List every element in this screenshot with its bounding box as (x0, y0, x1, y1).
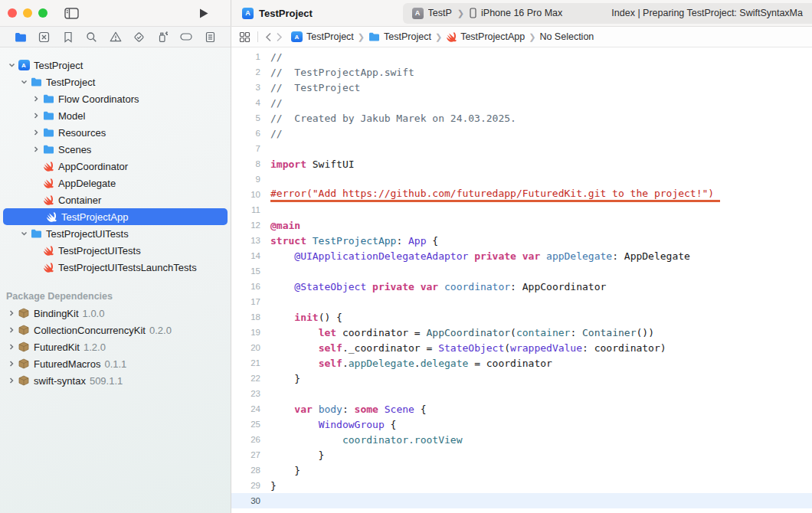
code-line-5[interactable]: 5// Created by Jakub Marek on 24.03.2025… (231, 110, 812, 126)
tree-item-container[interactable]: Container (0, 191, 231, 208)
scheme-selector[interactable]: TestP (428, 8, 452, 18)
tree-item-scenes[interactable]: Scenes (0, 141, 231, 158)
package-version: 0.1.1 (104, 358, 126, 370)
breadcrumb-item-no-selection[interactable]: No Selection (539, 31, 594, 42)
code-line-3[interactable]: 3// TestProject (231, 80, 812, 95)
back-button[interactable] (265, 32, 272, 42)
code-line-22[interactable]: 22 } (231, 371, 812, 386)
navigator-tab-changes-icon[interactable] (36, 28, 53, 45)
code-line-9[interactable]: 9 (231, 172, 812, 187)
tree-item-testprojectuitests[interactable]: TestProjectUITests (0, 225, 231, 242)
code-line-12[interactable]: 12@main (231, 217, 812, 233)
navigator-tab-issues-icon[interactable] (107, 28, 124, 45)
minimize-window-button[interactable] (23, 8, 32, 18)
app-target-icon: A (291, 31, 303, 42)
package-item-swift-syntax[interactable]: swift-syntax509.1.1 (0, 372, 231, 389)
navigator-tab-find-icon[interactable] (83, 28, 100, 45)
disclosure-chevron-icon[interactable] (6, 62, 17, 68)
tree-item-testprojectapp[interactable]: TestProjectApp (3, 208, 228, 225)
code-line-16[interactable]: 16 @StateObject private var coordinator:… (231, 279, 812, 294)
code-line-6[interactable]: 6// (231, 126, 812, 141)
code-line-1[interactable]: 1// (231, 49, 812, 64)
disclosure-chevron-icon[interactable] (6, 310, 17, 316)
package-version: 0.2.0 (149, 325, 172, 336)
code-line-4[interactable]: 4// (231, 95, 812, 110)
phone-icon (470, 8, 476, 18)
disclosure-chevron-icon[interactable] (6, 377, 17, 384)
package-name: FuturedMacros (34, 358, 100, 370)
disclosure-chevron-icon[interactable] (18, 79, 29, 85)
disclosure-chevron-icon[interactable] (18, 230, 29, 237)
activity-status-text: Index | Preparing TestProject: SwiftSynt… (611, 8, 803, 18)
code-line-30[interactable]: 30 (231, 493, 812, 508)
disclosure-chevron-icon[interactable] (31, 146, 41, 152)
tree-item-testproject[interactable]: ATestProject (0, 57, 231, 74)
package-item-collectionconcurrencykit[interactable]: CollectionConcurrencyKit0.2.0 (0, 322, 231, 338)
related-items-icon[interactable] (239, 31, 250, 43)
code-text: @UIApplicationDelegateAdaptor private va… (270, 250, 690, 262)
tree-item-testprojectuitests[interactable]: TestProjectUITests (0, 242, 231, 259)
code-line-25[interactable]: 25 WindowGroup { (231, 417, 812, 432)
code-editor[interactable]: 1//2// TestProjectApp.swift3// TestProje… (231, 47, 812, 513)
code-line-21[interactable]: 21 self.appDelegate.delegate = coordinat… (231, 355, 812, 371)
code-line-13[interactable]: 13struct TestProjectApp: App { (231, 233, 812, 248)
code-line-18[interactable]: 18 init() { (231, 309, 812, 325)
tree-item-appcoordinator[interactable]: AppCoordinator (0, 158, 231, 175)
tree-item-flow-coordinators[interactable]: Flow Coordinators (0, 90, 231, 107)
package-item-futuredmacros[interactable]: FuturedMacros0.1.1 (0, 355, 231, 372)
navigator-tab-debug-icon[interactable] (154, 28, 171, 45)
disclosure-chevron-icon[interactable] (6, 344, 17, 350)
code-line-27[interactable]: 27 } (231, 447, 812, 462)
navigator-tab-breakpoints-icon[interactable] (178, 28, 195, 45)
line-number: 23 (231, 389, 260, 398)
tree-item-resources[interactable]: Resources (0, 124, 231, 141)
navigator-tab-bookmarks-icon[interactable] (60, 28, 77, 45)
code-line-26[interactable]: 26 coordinator.rootView (231, 432, 812, 447)
run-button[interactable] (198, 8, 209, 19)
code-line-17[interactable]: 17 (231, 294, 812, 309)
code-line-24[interactable]: 24 var body: some Scene { (231, 401, 812, 417)
tree-item-label: Model (58, 110, 85, 122)
code-line-29[interactable]: 29} (231, 478, 812, 493)
tree-item-testproject[interactable]: TestProject (0, 74, 231, 90)
code-line-19[interactable]: 19 let coordinator = AppCoordinator(cont… (231, 325, 812, 340)
forward-button[interactable] (276, 32, 283, 42)
code-line-20[interactable]: 20 self._coordinator = StateObject(wrapp… (231, 340, 812, 355)
code-line-7[interactable]: 7 (231, 141, 812, 156)
disclosure-chevron-icon[interactable] (31, 96, 41, 102)
code-line-15[interactable]: 15 (231, 263, 812, 279)
disclosure-chevron-icon[interactable] (31, 113, 41, 119)
breadcrumb-item-testproject[interactable]: ATestProject (291, 31, 354, 42)
package-name: CollectionConcurrencyKit (34, 325, 146, 336)
code-text: // TestProject (270, 82, 360, 93)
navigator-tab-project-icon[interactable] (12, 28, 29, 45)
code-line-28[interactable]: 28 } (231, 462, 812, 478)
breadcrumb-item-testproject[interactable]: TestProject (368, 31, 431, 42)
app-project-icon: A (242, 8, 254, 19)
code-line-2[interactable]: 2// TestProjectApp.swift (231, 64, 812, 80)
tree-item-appdelegate[interactable]: AppDelegate (0, 175, 231, 191)
tree-item-testprojectuitestslaunchtests[interactable]: TestProjectUITestsLaunchTests (0, 259, 231, 276)
disclosure-chevron-icon[interactable] (31, 129, 41, 136)
tree-item-label: TestProjectUITests (46, 228, 129, 240)
code-line-8[interactable]: 8import SwiftUI (231, 156, 812, 172)
disclosure-chevron-icon[interactable] (6, 327, 17, 333)
swift-file-icon (43, 245, 54, 256)
navigator-tab-tests-icon[interactable] (130, 28, 147, 45)
package-item-bindingkit[interactable]: BindingKit1.0.0 (0, 305, 231, 322)
code-line-14[interactable]: 14 @UIApplicationDelegateAdaptor private… (231, 248, 812, 263)
run-destination-selector[interactable]: iPhone 16 Pro Max (481, 8, 562, 18)
code-line-11[interactable]: 11 (231, 202, 812, 217)
code-line-10[interactable]: 10#error("Add https://github.com/futured… (231, 187, 812, 202)
zoom-window-button[interactable] (38, 8, 47, 18)
breadcrumb-item-testprojectapp[interactable]: TestProjectApp (446, 31, 525, 42)
code-line-23[interactable]: 23 (231, 386, 812, 401)
disclosure-chevron-icon[interactable] (6, 361, 17, 367)
swift-file-icon (43, 161, 54, 172)
navigator-tab-reports-icon[interactable] (201, 28, 218, 45)
package-item-futuredkit[interactable]: FuturedKit1.2.0 (0, 338, 231, 355)
sidebar-toggle-icon[interactable] (64, 8, 79, 19)
tree-item-model[interactable]: Model (0, 107, 231, 124)
close-window-button[interactable] (8, 8, 17, 18)
code-text: init() { (270, 312, 342, 323)
